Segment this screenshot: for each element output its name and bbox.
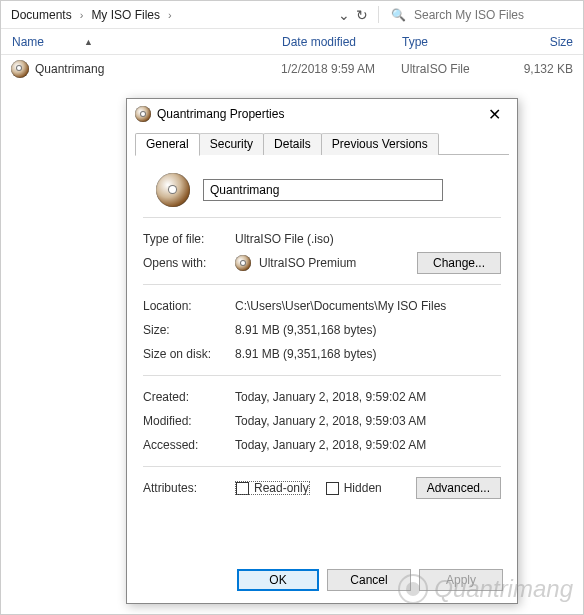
value-openswith: UltraISO Premium [259,256,356,270]
value-modified: Today, January 2, 2018, 9:59:03 AM [235,414,501,428]
label-modified: Modified: [143,414,235,428]
separator [143,466,501,467]
label-created: Created: [143,390,235,404]
label-sizeondisk: Size on disk: [143,347,235,361]
label-openswith: Opens with: [143,256,235,270]
col-header-size[interactable]: Size [501,29,583,54]
label-accessed: Accessed: [143,438,235,452]
explorer-header: Documents › My ISO Files › ⌄ ↻ 🔍 [1,1,583,29]
label-location: Location: [143,299,235,313]
address-controls: ⌄ ↻ [338,7,374,23]
disc-icon [156,173,190,207]
label-typeoffile: Type of file: [143,232,235,246]
checkbox-readonly[interactable]: Read-only [235,481,310,495]
change-button[interactable]: Change... [417,252,501,274]
file-name: Quantrimang [35,62,104,76]
general-panel: Type of file: UltraISO File (.iso) Opens… [127,155,517,559]
col-header-type[interactable]: Type [391,29,501,54]
label-size: Size: [143,323,235,337]
chevron-right-icon: › [74,9,90,21]
refresh-icon[interactable]: ↻ [356,7,368,23]
value-sizeondisk: 8.91 MB (9,351,168 bytes) [235,347,501,361]
file-type: UltraISO File [391,55,501,83]
divider [378,6,379,22]
filename-input[interactable] [203,179,443,201]
advanced-button[interactable]: Advanced... [416,477,501,499]
dropdown-icon[interactable]: ⌄ [338,7,350,23]
address-bar[interactable]: Documents › My ISO Files › [1,1,338,28]
apply-button[interactable]: Apply [419,569,503,591]
separator [143,375,501,376]
tab-general[interactable]: General [135,133,200,156]
disc-icon [11,60,29,78]
col-header-name[interactable]: Name [1,29,271,54]
search-input[interactable] [412,7,575,23]
close-icon[interactable]: ✕ [479,105,509,124]
value-accessed: Today, January 2, 2018, 9:59:02 AM [235,438,501,452]
label-attributes: Attributes: [143,481,235,495]
disc-icon [235,255,251,271]
readonly-label: Read-only [254,481,309,495]
breadcrumb-documents[interactable]: Documents [9,8,74,22]
list-header: Name Date modified Type Size [1,29,583,55]
ok-button[interactable]: OK [237,569,319,591]
chevron-right-icon: › [162,9,178,21]
cancel-button[interactable]: Cancel [327,569,411,591]
value-location: C:\Users\User\Documents\My ISO Files [235,299,501,313]
dialog-titlebar[interactable]: Quantrimang Properties ✕ [127,99,517,129]
separator [143,284,501,285]
breadcrumb-myisofiles[interactable]: My ISO Files [89,8,162,22]
checkbox-hidden[interactable]: Hidden [326,481,382,495]
value-size: 8.91 MB (9,351,168 bytes) [235,323,501,337]
file-date: 1/2/2018 9:59 AM [271,55,391,83]
separator [143,217,501,218]
hidden-label: Hidden [344,481,382,495]
tab-details[interactable]: Details [263,133,322,155]
search-box[interactable]: 🔍 [383,1,583,28]
search-icon: 🔍 [391,8,406,22]
tab-security[interactable]: Security [199,133,264,155]
col-header-date[interactable]: Date modified [271,29,391,54]
file-size: 9,132 KB [501,55,583,83]
tabstrip: General Security Details Previous Versio… [127,131,517,155]
dialog-buttons: OK Cancel Apply [127,559,517,603]
disc-icon [135,106,151,122]
value-typeoffile: UltraISO File (.iso) [235,232,501,246]
file-row[interactable]: Quantrimang 1/2/2018 9:59 AM UltraISO Fi… [1,55,583,83]
dialog-title: Quantrimang Properties [157,107,479,121]
value-created: Today, January 2, 2018, 9:59:02 AM [235,390,501,404]
tab-previous-versions[interactable]: Previous Versions [321,133,439,155]
properties-dialog: Quantrimang Properties ✕ General Securit… [126,98,518,604]
